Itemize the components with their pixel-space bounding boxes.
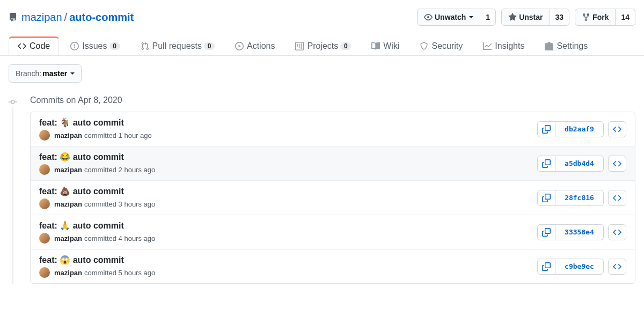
tab-actions[interactable]: Actions xyxy=(226,36,284,55)
commit-marker-icon xyxy=(9,98,17,108)
commit-title[interactable]: feat: 😂 auto commit xyxy=(39,152,537,162)
caret-down-icon xyxy=(469,16,473,18)
fork-group: Fork 14 xyxy=(575,9,635,26)
repo-owner-link[interactable]: mazipan xyxy=(21,11,62,24)
eye-icon xyxy=(424,13,433,21)
gear-icon xyxy=(545,42,553,50)
fork-button[interactable]: Fork xyxy=(575,9,616,26)
commit-row: feat: 💩 auto commit mazipan committed 3 … xyxy=(31,180,635,215)
browse-code-button[interactable] xyxy=(608,224,626,240)
svg-point-0 xyxy=(11,100,14,104)
fork-count[interactable]: 14 xyxy=(616,9,635,26)
watch-group: Unwatch 1 xyxy=(417,9,496,26)
tab-security[interactable]: Security xyxy=(411,36,472,55)
commit-row: feat: 😱 auto commit mazipan committed 5 … xyxy=(31,249,635,283)
copy-sha-button[interactable] xyxy=(537,259,555,275)
browse-code-button[interactable] xyxy=(608,259,626,275)
caret-down-icon xyxy=(70,72,75,75)
commit-time: committed 4 hours ago xyxy=(84,234,155,242)
unwatch-button[interactable]: Unwatch xyxy=(417,9,480,26)
repo-icon xyxy=(9,13,17,21)
separator: / xyxy=(64,11,68,24)
play-icon xyxy=(235,42,244,50)
commit-sha-link[interactable]: c9be9ec xyxy=(555,259,604,275)
copy-sha-button[interactable] xyxy=(537,190,555,206)
tab-insights[interactable]: Insights xyxy=(474,36,533,55)
tab-pulls[interactable]: Pull requests 0 xyxy=(131,36,224,55)
commit-author[interactable]: mazipan xyxy=(54,200,82,208)
commits-date-heading: Commits on Apr 8, 2020 xyxy=(30,95,635,105)
commit-sha-link[interactable]: 33358e4 xyxy=(555,224,604,240)
commits-list: feat: 🐐 auto commit mazipan committed 1 … xyxy=(30,112,635,284)
graph-icon xyxy=(483,42,492,50)
code-icon xyxy=(18,42,26,50)
commit-title[interactable]: feat: 🐐 auto commit xyxy=(39,117,537,128)
repo-title: mazipan / auto-commit xyxy=(9,11,417,24)
commit-sha-link[interactable]: db2aaf9 xyxy=(555,121,604,137)
commit-author[interactable]: mazipan xyxy=(54,234,82,242)
commit-title[interactable]: feat: 🙏 auto commit xyxy=(39,220,537,231)
pull-request-icon xyxy=(141,42,149,50)
commit-title[interactable]: feat: 😱 auto commit xyxy=(39,255,537,265)
tab-wiki[interactable]: Wiki xyxy=(362,36,408,55)
commit-author[interactable]: mazipan xyxy=(54,131,82,139)
commit-sha-link[interactable]: a5db4d4 xyxy=(555,156,604,172)
tab-code[interactable]: Code xyxy=(9,36,59,55)
avatar[interactable] xyxy=(39,198,50,209)
commit-row: feat: 😂 auto commit mazipan committed 2 … xyxy=(31,146,635,180)
commit-time: committed 2 hours ago xyxy=(84,166,155,174)
issues-count: 0 xyxy=(109,42,120,50)
repo-name-link[interactable]: auto-commit xyxy=(69,11,134,24)
browse-code-button[interactable] xyxy=(608,121,626,137)
star-count[interactable]: 33 xyxy=(550,9,570,26)
svg-rect-2 xyxy=(15,101,17,102)
book-icon xyxy=(371,42,380,50)
pulls-count: 0 xyxy=(204,42,215,50)
project-icon xyxy=(295,42,304,50)
commit-time: committed 3 hours ago xyxy=(84,200,155,208)
avatar[interactable] xyxy=(39,164,50,175)
avatar[interactable] xyxy=(39,130,50,141)
commit-author[interactable]: mazipan xyxy=(54,166,82,174)
copy-sha-button[interactable] xyxy=(537,156,555,172)
tab-issues[interactable]: Issues 0 xyxy=(61,36,129,55)
watch-count[interactable]: 1 xyxy=(480,9,496,26)
copy-sha-button[interactable] xyxy=(537,121,555,137)
tab-projects[interactable]: Projects 0 xyxy=(286,36,360,55)
tab-settings[interactable]: Settings xyxy=(536,36,597,55)
branch-select-button[interactable]: Branch: master xyxy=(9,64,82,83)
avatar[interactable] xyxy=(39,233,50,244)
timeline-line xyxy=(12,107,13,284)
commit-row: feat: 🙏 auto commit mazipan committed 4 … xyxy=(31,215,635,249)
commit-sha-link[interactable]: 28fc816 xyxy=(555,190,604,206)
star-group: Unstar 33 xyxy=(501,9,569,26)
commit-author[interactable]: mazipan xyxy=(54,269,82,277)
shield-icon xyxy=(420,42,428,50)
commit-time: committed 1 hour ago xyxy=(84,131,152,139)
copy-sha-button[interactable] xyxy=(537,224,555,240)
browse-code-button[interactable] xyxy=(608,156,626,172)
unstar-button[interactable]: Unstar xyxy=(501,9,550,26)
commit-row: feat: 🐐 auto commit mazipan committed 1 … xyxy=(31,112,635,146)
issue-icon xyxy=(70,42,79,50)
commit-title[interactable]: feat: 💩 auto commit xyxy=(39,186,537,196)
commit-time: committed 5 hours ago xyxy=(84,269,155,277)
svg-rect-1 xyxy=(9,101,11,102)
browse-code-button[interactable] xyxy=(608,190,626,206)
star-icon xyxy=(508,13,517,21)
projects-count: 0 xyxy=(340,42,351,50)
fork-icon xyxy=(582,13,590,21)
avatar[interactable] xyxy=(39,267,50,278)
repo-nav: Code Issues 0 Pull requests 0 Actions Pr… xyxy=(0,36,644,56)
